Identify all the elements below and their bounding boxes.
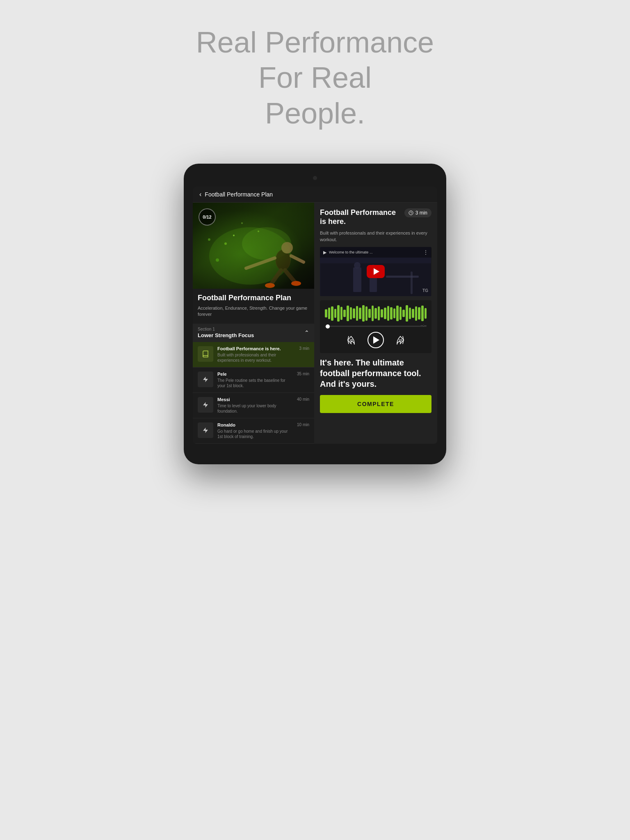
workout-duration-1: 35 min (297, 372, 309, 376)
workout-desc-3: Go hard or go home and finish up your 1s… (217, 429, 293, 439)
left-column: 0/12 Football Performance Plan Accelerat… (193, 203, 314, 443)
video-title: Welcome to the ultimate ... (326, 250, 423, 254)
waveform-bar (356, 306, 358, 321)
workout-name-0: Football Performance is here. (217, 346, 295, 351)
rewind-button[interactable]: 15 (345, 333, 358, 347)
workout-desc-1: The Pele routine sets the baseline for y… (217, 378, 293, 388)
waveform-bar (362, 305, 365, 322)
waveform-bar (359, 308, 361, 319)
waveform-bar (384, 308, 386, 319)
waveform-bar (347, 306, 349, 321)
right-description: Built with professionals and their exper… (320, 230, 431, 243)
waveform-bar (328, 308, 331, 319)
waveform-bar (331, 306, 333, 321)
video-menu-icon[interactable]: ⋮ (423, 249, 428, 255)
waveform-bar (402, 310, 405, 317)
audio-player: --:-- 15 (320, 300, 431, 353)
audio-progress-end: --:-- (421, 323, 427, 327)
workout-name-1: Pele (217, 372, 293, 377)
tablet-bottom (193, 444, 437, 452)
workout-icon-bolt-2 (198, 397, 213, 413)
svg-marker-20 (203, 427, 208, 433)
audio-play-icon (373, 336, 379, 344)
waveform-bar (343, 310, 346, 317)
section-label: Section 1 (198, 327, 254, 331)
workout-desc-0: Built with professionals and their exper… (217, 352, 295, 363)
headline-line2: People. (265, 97, 365, 130)
plan-subtitle: Acceleration, Endurance, Strength. Chang… (198, 305, 309, 318)
clock-icon (409, 210, 413, 215)
svg-marker-19 (203, 402, 208, 407)
audio-controls: 15 15 (325, 332, 427, 348)
youtube-play-button[interactable] (367, 265, 385, 278)
waveform-bar (368, 309, 371, 318)
video-watermark: TG (422, 288, 428, 293)
back-icon[interactable]: ‹ (199, 191, 201, 198)
waveform-bar (374, 308, 377, 319)
waveform-bar (353, 308, 355, 318)
video-thumbnail[interactable]: ▶ Welcome to the ultimate ... ⋮ TG (320, 247, 431, 296)
workout-item-1[interactable]: Pele The Pele routine sets the baseline … (193, 368, 314, 393)
waveform-bar (396, 306, 399, 321)
complete-button[interactable]: COMPLETE (320, 395, 431, 413)
waveform-bar (390, 307, 393, 320)
tablet-camera (313, 176, 317, 180)
waveform-bar (325, 309, 327, 317)
tablet-device: ‹ Football Performance Plan (184, 164, 446, 464)
waveform-bar (365, 306, 368, 321)
content-area: 0/12 Football Performance Plan Accelerat… (193, 203, 437, 443)
waveform-bar (421, 306, 424, 321)
workout-item-2[interactable]: Messi Time to level up your lower body f… (193, 393, 314, 418)
waveform-bar (425, 308, 427, 319)
svg-marker-18 (203, 377, 208, 382)
waveform-bar (387, 306, 390, 321)
section-name: Lower Strength Focus (198, 332, 254, 338)
nav-title: Football Performance Plan (205, 191, 273, 198)
svg-rect-28 (386, 276, 419, 278)
section-header[interactable]: Section 1 Lower Strength Focus ⌃ (193, 324, 314, 342)
plan-info: Football Performance Plan Acceleration, … (193, 289, 314, 322)
waveform-bar (350, 307, 352, 320)
workout-details-0: Football Performance is here. Built with… (217, 346, 295, 363)
tablet-screen: ‹ Football Performance Plan (193, 187, 437, 443)
forward-button[interactable]: 15 (394, 333, 407, 347)
workout-item-3[interactable]: Ronaldo Go hard or go home and finish up… (193, 418, 314, 444)
workout-duration-0: 3 min (299, 346, 309, 351)
right-header: Football Performance is here. 3 min (320, 208, 431, 226)
waveform-bar (372, 306, 374, 321)
promo-text: It's here. The ultimate football perform… (320, 357, 431, 389)
right-title: Football Performance is here. (320, 208, 402, 226)
nav-bar: ‹ Football Performance Plan (193, 187, 437, 203)
rewind-label: 15 (349, 339, 353, 342)
workout-icon-bolt-3 (198, 422, 213, 438)
svg-point-25 (354, 262, 361, 269)
waveform-bar (415, 306, 418, 321)
workout-item-0[interactable]: Football Performance is here. Built with… (193, 342, 314, 368)
workout-duration-3: 10 min (297, 422, 309, 427)
waveform-bar (334, 309, 337, 318)
workout-icon-book (198, 346, 213, 362)
time-badge: 3 min (404, 208, 431, 217)
forward-label: 15 (399, 339, 402, 342)
waveform-bar (412, 309, 414, 318)
play-triangle-icon (374, 268, 379, 275)
audio-progress-track[interactable]: --:-- (325, 326, 427, 327)
workout-name-3: Ronaldo (217, 422, 293, 427)
waveform-bar (378, 306, 380, 320)
right-column: Football Performance is here. 3 min Buil… (314, 203, 437, 443)
waveform-bar (393, 308, 396, 318)
waveform-bar (381, 309, 383, 317)
waveform-bar (337, 305, 340, 322)
workout-icon-bolt-1 (198, 372, 213, 387)
waveform-bar (409, 308, 411, 319)
progress-text: 0/12 (203, 215, 211, 219)
waveform-bar (418, 307, 420, 320)
progress-badge: 0/12 (199, 208, 216, 226)
audio-progress-dot (326, 324, 330, 329)
audio-play-button[interactable] (368, 332, 384, 348)
svg-rect-29 (411, 272, 413, 294)
plan-title: Football Performance Plan (198, 294, 309, 303)
waveform (325, 305, 427, 322)
headline-line1: Real Performance For Real (196, 26, 434, 94)
video-logo: ▶ (323, 250, 326, 255)
